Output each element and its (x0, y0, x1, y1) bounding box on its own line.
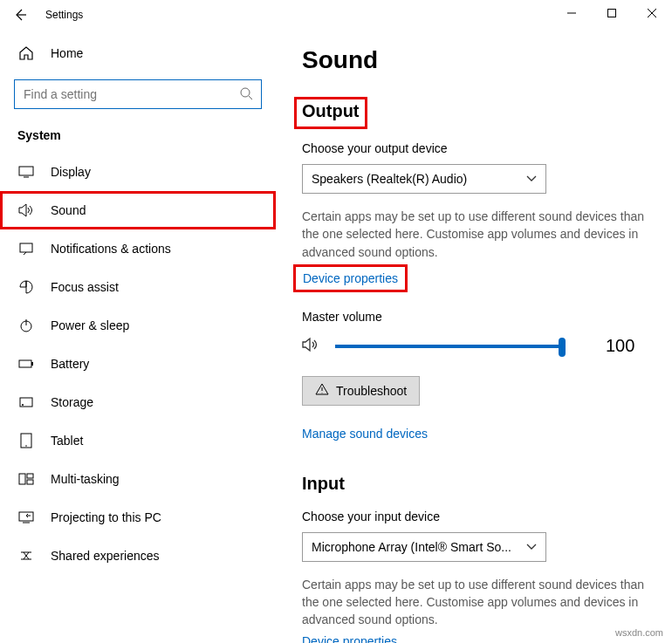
power-icon (17, 318, 35, 332)
sidebar-item-battery[interactable]: Battery (0, 345, 276, 383)
category-label: System (0, 114, 276, 153)
svg-rect-7 (20, 398, 32, 407)
sidebar-item-shared[interactable]: Shared experiences (0, 537, 276, 575)
sidebar-item-label: Display (51, 165, 91, 179)
master-volume-value: 100 (606, 336, 634, 356)
storage-icon (17, 395, 35, 409)
svg-rect-6 (31, 362, 33, 366)
sidebar-item-label: Storage (51, 395, 93, 409)
notifications-icon (17, 242, 35, 256)
sidebar-item-label: Shared experiences (51, 549, 160, 563)
troubleshoot-label: Troubleshoot (336, 384, 407, 398)
content: Sound Output Choose your output device S… (276, 29, 672, 643)
output-hint: Certain apps may be set up to use differ… (302, 208, 655, 261)
manage-sound-link[interactable]: Manage sound devices (302, 427, 428, 441)
sidebar-item-multitasking[interactable]: Multi-tasking (0, 460, 276, 498)
input-device-dropdown[interactable]: Microphone Array (Intel® Smart So... (302, 532, 546, 562)
sidebar-item-label: Battery (51, 357, 89, 371)
sound-icon (17, 203, 35, 217)
multitasking-icon (17, 473, 35, 485)
sidebar-item-label: Projecting to this PC (51, 510, 161, 524)
input-device-properties-link[interactable]: Device properties (302, 634, 397, 643)
input-choose-label: Choose your input device (302, 510, 655, 523)
projecting-icon (17, 511, 35, 523)
svg-rect-5 (19, 360, 31, 367)
svg-rect-12 (27, 474, 33, 478)
page-title: Sound (302, 46, 655, 74)
sidebar-item-label: Power & sleep (51, 318, 129, 332)
sidebar-item-label: Sound (51, 203, 86, 217)
sidebar-item-power[interactable]: Power & sleep (0, 306, 276, 345)
sidebar-item-tablet[interactable]: Tablet (0, 421, 276, 460)
sidebar-item-label: Tablet (51, 434, 83, 448)
sidebar-item-notifications[interactable]: Notifications & actions (0, 229, 276, 268)
output-device-properties-link[interactable]: Device properties (303, 271, 398, 285)
close-button[interactable] (632, 0, 672, 26)
shared-icon (17, 550, 35, 562)
chevron-down-icon (526, 544, 537, 551)
sidebar-item-label: Focus assist (51, 280, 119, 294)
titlebar: Settings (0, 0, 672, 29)
output-device-selected: Speakers (Realtek(R) Audio) (312, 172, 467, 186)
sidebar-item-display[interactable]: Display (0, 153, 276, 191)
troubleshoot-button[interactable]: Troubleshoot (302, 376, 420, 406)
output-choose-label: Choose your output device (302, 141, 655, 155)
master-volume-label: Master volume (302, 310, 655, 324)
sidebar-item-label: Notifications & actions (51, 242, 171, 256)
output-device-dropdown[interactable]: Speakers (Realtek(R) Audio) (302, 164, 546, 194)
display-icon (17, 166, 35, 178)
home-nav[interactable]: Home (0, 34, 276, 72)
sidebar-item-projecting[interactable]: Projecting to this PC (0, 498, 276, 537)
svg-point-1 (241, 88, 250, 97)
output-heading-highlight: Output (294, 97, 367, 129)
output-heading: Output (302, 101, 360, 121)
input-heading: Input (302, 474, 655, 494)
home-label: Home (51, 46, 83, 60)
sidebar-item-focus[interactable]: Focus assist (0, 268, 276, 306)
svg-rect-3 (20, 243, 32, 252)
search-input[interactable] (14, 79, 262, 109)
input-device-selected: Microphone Array (Intel® Smart So... (312, 540, 511, 554)
focus-icon (17, 280, 35, 294)
chevron-down-icon (526, 175, 537, 182)
watermark: wsxdn.com (615, 627, 663, 638)
device-props-highlight: Device properties (293, 264, 408, 292)
home-icon (17, 45, 35, 61)
svg-rect-11 (19, 474, 25, 484)
maximize-button[interactable] (592, 0, 632, 26)
warning-icon (315, 383, 329, 398)
svg-point-10 (25, 445, 27, 447)
back-button[interactable] (0, 0, 40, 29)
svg-rect-14 (19, 512, 33, 521)
svg-rect-2 (19, 167, 33, 175)
minimize-button[interactable] (552, 0, 592, 26)
input-hint: Certain apps may be set up to use differ… (302, 576, 655, 629)
master-volume-slider[interactable] (335, 336, 562, 357)
volume-icon (302, 337, 321, 356)
svg-rect-0 (608, 10, 616, 17)
tablet-icon (17, 433, 35, 448)
battery-icon (17, 359, 35, 369)
svg-rect-13 (27, 480, 33, 484)
svg-point-8 (22, 404, 24, 406)
sidebar-item-storage[interactable]: Storage (0, 383, 276, 421)
window-title: Settings (45, 9, 83, 21)
sidebar-item-label: Multi-tasking (51, 472, 120, 486)
sidebar: Home System Display Sound Notifications … (0, 29, 276, 643)
sidebar-item-sound[interactable]: Sound (0, 191, 276, 229)
